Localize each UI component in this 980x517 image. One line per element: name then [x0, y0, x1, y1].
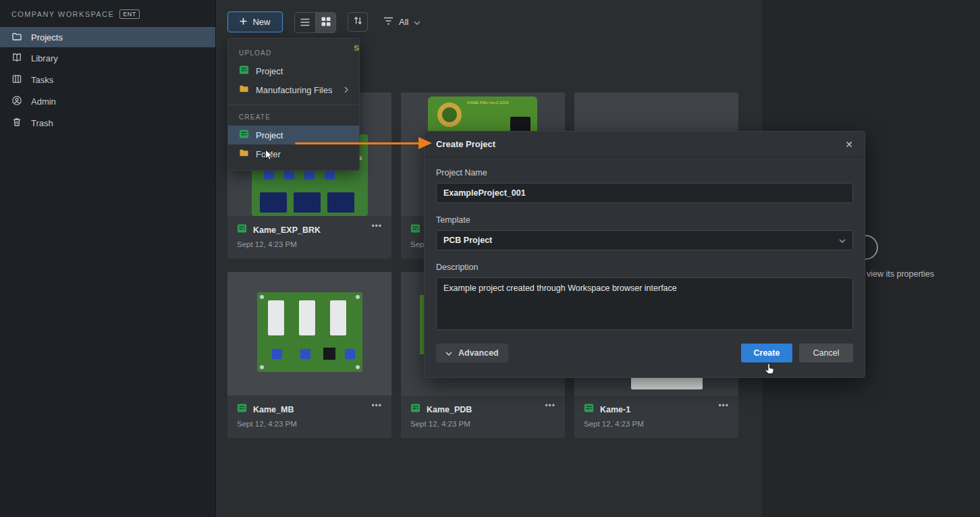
- project-card-kame-mb[interactable]: Kame_MB Sept 12, 4:23 PM •••: [227, 272, 391, 438]
- more-options-button[interactable]: •••: [545, 401, 555, 410]
- chevron-down-icon: [445, 348, 452, 358]
- create-project-modal: Create Project ✕ Project Name Template P…: [424, 131, 865, 378]
- description-textarea[interactable]: Example project created through Workspac…: [436, 277, 853, 330]
- pcb-image: [257, 292, 362, 372]
- sidebar: COMPANY WORKSPACE ENT Projects Library: [0, 0, 216, 517]
- workspace-tier-badge: ENT: [119, 9, 140, 19]
- sidebar-item-label: Trash: [31, 118, 53, 128]
- project-card-meta: Kame-1 Sept 12, 4:23 PM •••: [574, 396, 738, 438]
- template-label: Template: [436, 215, 853, 225]
- pcb-silkscreen-text: KAME FMU rev.2 2019: [467, 101, 508, 105]
- sort-button[interactable]: [348, 12, 368, 32]
- project-card-title: Kame-1: [600, 405, 630, 414]
- sidebar-item-label: Projects: [31, 32, 63, 43]
- menu-item-upload-project[interactable]: Project: [228, 61, 359, 80]
- project-icon: [239, 65, 249, 77]
- grid-icon: [321, 17, 331, 29]
- project-card-thumbnail: [227, 272, 391, 396]
- project-card-meta: Kame_PDB Sept 12, 4:23 PM •••: [401, 396, 565, 438]
- projects-folder-icon: [11, 31, 22, 44]
- cancel-button[interactable]: Cancel: [799, 344, 853, 362]
- advanced-button-label: Advanced: [458, 348, 499, 358]
- sidebar-nav: Projects Library Tasks Admin: [0, 27, 215, 134]
- folder-icon: [239, 84, 249, 96]
- menu-item-create-folder[interactable]: Folder: [228, 144, 359, 163]
- sidebar-item-label: Tasks: [31, 75, 53, 85]
- project-icon: [237, 403, 247, 416]
- menu-section-header-upload: UPLOAD: [228, 41, 359, 61]
- modal-body: Project Name Template PCB Project Descri…: [425, 157, 865, 333]
- chevron-down-icon: [839, 236, 846, 245]
- sidebar-item-tasks[interactable]: Tasks: [0, 69, 215, 90]
- menu-item-label: Manufacturing Files: [256, 85, 332, 95]
- create-button[interactable]: Create: [741, 344, 792, 362]
- project-card-meta: Kame_MB Sept 12, 4:23 PM •••: [227, 396, 391, 438]
- project-icon: [237, 223, 247, 236]
- menu-item-label: Project: [256, 130, 283, 140]
- filter-button[interactable]: All: [383, 12, 420, 32]
- project-card-date: Sept 12, 4:23 PM: [237, 240, 382, 248]
- project-card-title: Kame_MB: [253, 405, 294, 414]
- modal-title: Create Project: [436, 139, 495, 149]
- project-card-date: Sept 12, 4:23 PM: [584, 420, 729, 428]
- modal-header: Create Project ✕: [425, 132, 865, 157]
- list-view-button[interactable]: [295, 13, 315, 32]
- project-name-input[interactable]: [436, 183, 853, 203]
- template-select[interactable]: PCB Project: [436, 230, 853, 250]
- more-options-button[interactable]: •••: [371, 401, 382, 410]
- sidebar-item-trash[interactable]: Trash: [0, 112, 215, 134]
- grid-view-button[interactable]: [315, 13, 335, 32]
- annotation-arrow-line: [295, 142, 420, 144]
- project-icon: [239, 129, 249, 141]
- sort-arrows-icon: [353, 16, 363, 28]
- list-icon: [300, 17, 310, 29]
- tasks-board-icon: [11, 74, 22, 86]
- plus-icon: [240, 17, 247, 27]
- description-label: Description: [436, 263, 853, 272]
- annotation-arrow-head: [418, 137, 432, 149]
- menu-item-label: Project: [256, 66, 283, 76]
- project-icon: [410, 403, 420, 416]
- chevron-right-icon: [344, 86, 348, 93]
- workspace-label: COMPANY WORKSPACE: [11, 10, 114, 18]
- project-icon: [584, 403, 594, 416]
- sidebar-item-admin[interactable]: Admin: [0, 90, 215, 112]
- library-icon: [11, 52, 22, 65]
- new-dropdown-menu: UPLOAD Project Manufacturing Files CREAT…: [227, 38, 360, 171]
- menu-section-header-create: CREATE: [228, 105, 359, 126]
- project-card-date: Sept 12, 4:23 PM: [410, 420, 555, 428]
- hand-cursor-icon: [764, 362, 777, 379]
- more-options-button[interactable]: •••: [371, 221, 382, 231]
- project-card-date: Sept 12, 4:23 PM: [237, 420, 382, 428]
- project-icon: [410, 223, 420, 236]
- view-toggle-group: [294, 12, 336, 33]
- sidebar-item-projects[interactable]: Projects: [0, 27, 215, 47]
- more-options-button[interactable]: •••: [718, 401, 729, 410]
- new-button-label: New: [252, 17, 270, 27]
- folder-icon: [239, 148, 249, 160]
- project-card-meta: Kame_EXP_BRK Sept 12, 4:23 PM •••: [227, 216, 391, 258]
- page-title-fragment: s: [354, 41, 359, 53]
- pointer-cursor-icon: [265, 149, 275, 164]
- sidebar-item-library[interactable]: Library: [0, 47, 215, 69]
- project-card-title: Kame_EXP_BRK: [253, 225, 321, 235]
- sidebar-item-label: Library: [31, 53, 58, 63]
- app-root: view its properties COMPANY WORKSPACE EN…: [0, 0, 980, 517]
- project-card-title: Kame_PDB: [427, 405, 472, 414]
- template-select-value: PCB Project: [443, 236, 492, 245]
- properties-hint: view its properties: [867, 269, 934, 279]
- chevron-down-icon: [414, 17, 420, 27]
- filter-icon: [383, 17, 393, 27]
- modal-footer: Advanced Create Cancel: [425, 333, 865, 373]
- menu-item-create-project[interactable]: Project: [228, 126, 359, 144]
- filter-value: All: [399, 17, 408, 27]
- menu-item-manufacturing-files[interactable]: Manufacturing Files: [228, 80, 359, 99]
- new-button[interactable]: New: [227, 11, 283, 32]
- trash-icon: [11, 117, 22, 130]
- close-button[interactable]: ✕: [845, 140, 853, 149]
- project-name-label: Project Name: [436, 168, 853, 178]
- sidebar-item-label: Admin: [31, 97, 56, 107]
- advanced-button[interactable]: Advanced: [436, 344, 508, 362]
- admin-user-icon: [11, 95, 22, 108]
